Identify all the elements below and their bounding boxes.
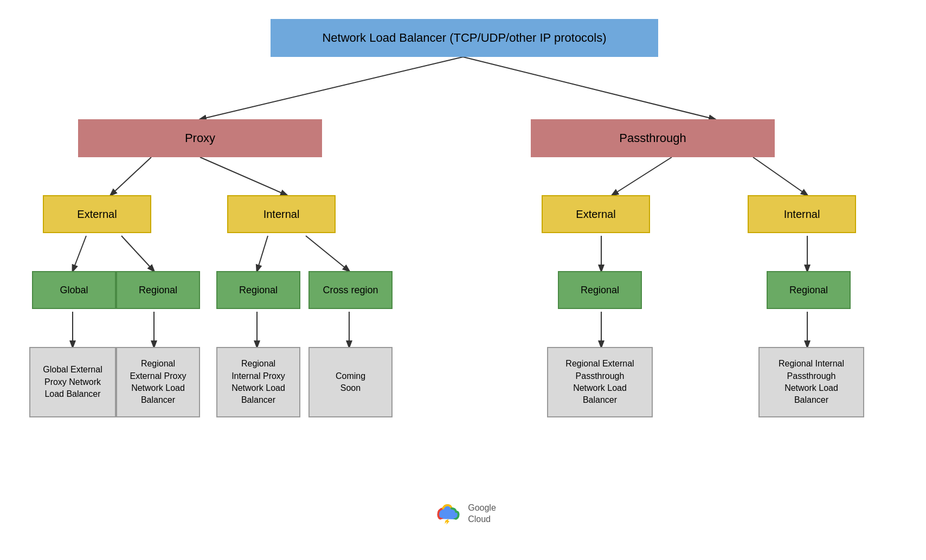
svg-line-2 [111, 157, 151, 195]
google-cloud-logo: Google Cloud [430, 501, 496, 526]
proxy-ext-regional-node: Regional [116, 271, 200, 309]
svg-line-0 [200, 57, 463, 119]
leaf-coming-soon: Coming Soon [308, 347, 393, 417]
passthrough-ext-regional-node: Regional [558, 271, 642, 309]
svg-line-8 [257, 236, 268, 271]
google-cloud-text: Google Cloud [468, 503, 496, 525]
google-cloud-icon [430, 501, 462, 526]
svg-line-5 [753, 157, 807, 195]
proxy-external-node: External [43, 195, 151, 233]
passthrough-int-regional-node: Regional [767, 271, 851, 309]
leaf-global-ext-proxy: Global External Proxy Network Load Balan… [29, 347, 116, 417]
passthrough-external-node: External [542, 195, 650, 233]
leaf-regional-int-passthrough: Regional Internal Passthrough Network Lo… [758, 347, 864, 417]
proxy-ext-global-node: Global [32, 271, 116, 309]
svg-line-1 [463, 57, 715, 119]
leaf-regional-ext-passthrough: Regional External Passthrough Network Lo… [547, 347, 653, 417]
root-node: Network Load Balancer (TCP/UDP/other IP … [271, 19, 658, 57]
passthrough-internal-node: Internal [748, 195, 856, 233]
proxy-internal-node: Internal [227, 195, 336, 233]
proxy-int-crossregion-node: Cross region [308, 271, 393, 309]
proxy-int-regional-node: Regional [216, 271, 300, 309]
svg-line-4 [612, 157, 672, 195]
svg-line-6 [73, 236, 86, 271]
leaf-regional-int-proxy: Regional Internal Proxy Network Load Bal… [216, 347, 300, 417]
leaf-regional-ext-proxy: Regional External Proxy Network Load Bal… [116, 347, 200, 417]
passthrough-node: Passthrough [531, 119, 775, 157]
network-lb-diagram: Network Load Balancer (TCP/UDP/other IP … [16, 11, 910, 537]
svg-line-9 [306, 236, 349, 271]
proxy-node: Proxy [78, 119, 322, 157]
svg-line-3 [200, 157, 287, 195]
svg-line-7 [121, 236, 154, 271]
